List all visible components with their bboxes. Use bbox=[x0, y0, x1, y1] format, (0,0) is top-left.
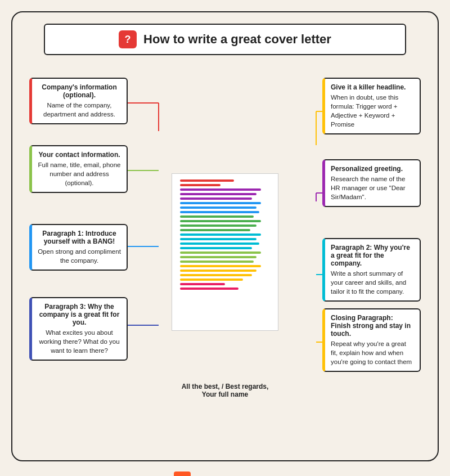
box-para2: Paragraph 2: Why you're a great fit for … bbox=[322, 238, 421, 302]
title-bar: ? How to write a great cover letter bbox=[44, 24, 406, 55]
box-headline-title: Give it a killer headline. bbox=[331, 83, 414, 91]
letter-line bbox=[180, 238, 256, 240]
box-contact-text: Full name, title, email, phone number an… bbox=[38, 160, 121, 187]
letter-line bbox=[180, 229, 250, 231]
box-para1: Paragraph 1: Introduce yourself with a B… bbox=[29, 224, 128, 271]
letter-line bbox=[180, 243, 259, 245]
letter-line bbox=[180, 184, 220, 186]
box-company-title: Company's information (optional). bbox=[38, 83, 121, 99]
box-closing-text: Repeat why you're a great fit, explain h… bbox=[331, 339, 414, 366]
question-icon: ? bbox=[119, 30, 137, 48]
footer: K KICKRESUME bbox=[174, 468, 276, 476]
letter-line bbox=[180, 283, 225, 285]
signature-box: All the best, / Best regards,Your full n… bbox=[172, 383, 278, 398]
letter-line bbox=[180, 206, 256, 209]
letter-line bbox=[180, 279, 243, 281]
box-para2-text: Write a short summary of your career and… bbox=[331, 269, 414, 296]
box-closing-title: Closing Paragraph: Finish strong and sta… bbox=[331, 314, 414, 338]
letter-line bbox=[180, 265, 261, 267]
letter-line bbox=[180, 252, 261, 254]
letter-line bbox=[180, 270, 256, 272]
content-area: Company's information (optional). Name o… bbox=[24, 72, 426, 432]
box-contact: Your contact information. Full name, tit… bbox=[29, 145, 128, 193]
letter-line bbox=[180, 220, 261, 222]
letter-document bbox=[172, 173, 278, 331]
letter-line bbox=[180, 211, 259, 213]
letter-line bbox=[180, 274, 252, 276]
box-greeting: Personalized greeting. Research the name… bbox=[322, 159, 421, 207]
letter-line bbox=[180, 288, 238, 290]
letter-line bbox=[180, 179, 234, 182]
box-headline-text: When in doubt, use this formula: Trigger… bbox=[331, 93, 414, 129]
letter-line bbox=[180, 233, 261, 236]
letter-line bbox=[180, 261, 254, 263]
box-closing: Closing Paragraph: Finish strong and sta… bbox=[322, 308, 421, 372]
signature-text: All the best, / Best regards,Your full n… bbox=[172, 383, 278, 398]
box-para1-title: Paragraph 1: Introduce yourself with a B… bbox=[38, 230, 121, 245]
page-title: How to write a great cover letter bbox=[143, 32, 331, 47]
box-company: Company's information (optional). Name o… bbox=[29, 78, 128, 124]
main-container: ? How to write a great cover letter bbox=[11, 11, 439, 461]
box-para3: Paragraph 3: Why the company is a great … bbox=[29, 297, 128, 361]
letter-line bbox=[180, 224, 256, 227]
letter-line bbox=[180, 197, 252, 200]
box-para1-text: Open strong and compliment the company. bbox=[38, 247, 121, 265]
box-para3-title: Paragraph 3: Why the company is a great … bbox=[38, 303, 121, 326]
letter-line bbox=[180, 247, 252, 249]
box-company-text: Name of the company, department and addr… bbox=[38, 101, 121, 119]
letter-line bbox=[180, 215, 254, 218]
box-headline: Give it a killer headline. When in doubt… bbox=[322, 78, 421, 134]
box-contact-title: Your contact information. bbox=[38, 151, 121, 159]
letter-line bbox=[180, 188, 261, 191]
letter-line bbox=[180, 202, 261, 204]
box-greeting-text: Research the name of the HR manager or u… bbox=[331, 174, 414, 201]
kickresume-logo: K bbox=[174, 471, 191, 476]
box-para3-text: What excites you about working there? Wh… bbox=[38, 328, 121, 355]
letter-line bbox=[180, 193, 256, 195]
brand-name: KICKRESUME bbox=[195, 474, 276, 477]
box-para2-title: Paragraph 2: Why you're a great fit for … bbox=[331, 244, 414, 267]
letter-line bbox=[180, 256, 256, 258]
box-greeting-title: Personalized greeting. bbox=[331, 165, 414, 173]
